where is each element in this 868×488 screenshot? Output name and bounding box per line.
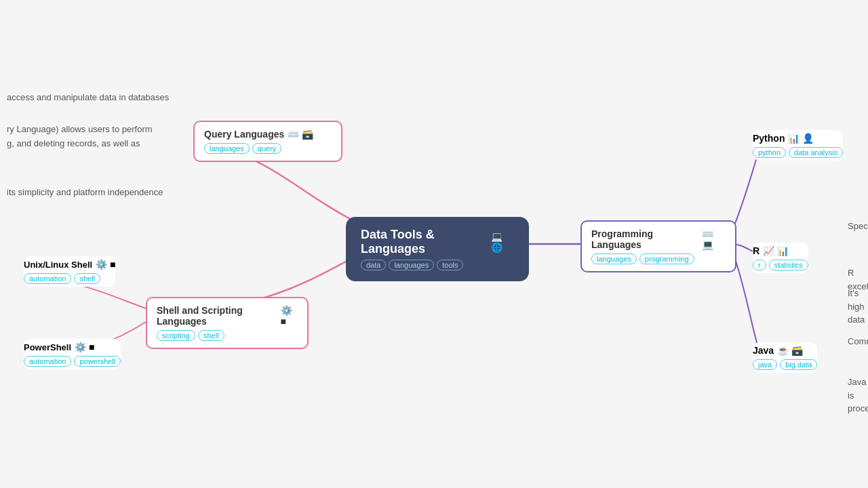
programming-languages-node[interactable]: Programming Languages ⌨️ 💻 languages pro… [580, 220, 736, 272]
mindmap-canvas: access and manipulate data in databases … [0, 0, 868, 488]
central-tags: data languages tools [361, 260, 514, 270]
prog-tags: languages programming [591, 253, 726, 264]
tag-data: data [361, 260, 386, 270]
r-lang-node[interactable]: R 📈 📊 r statistics [753, 243, 808, 273]
tag-languages-prog: languages [591, 253, 637, 264]
tag-languages-central: languages [389, 260, 434, 270]
tag-query: query [252, 143, 282, 154]
tag-automation: automation [24, 273, 71, 284]
info-text-query: access and manipulate data in databases [0, 87, 176, 108]
r-tags: r statistics [753, 260, 808, 270]
tag-data-analysis: data analysis [789, 147, 843, 158]
unix-icon: ⚙️ ■ [96, 259, 115, 270]
query-tags: languages query [204, 143, 332, 154]
java-info-text: Java isproce [841, 371, 868, 420]
tag-shell-unix: shell [74, 273, 100, 284]
comm-text: Comm [841, 331, 868, 352]
powershell-node[interactable]: PowerShell ⚙️ ■ automation powershell [24, 339, 121, 369]
tag-shell: shell [198, 330, 224, 341]
python-icon: 📊 👤 [788, 133, 814, 144]
tag-scripting: scripting [157, 330, 195, 341]
python-title: Python [753, 133, 785, 144]
tag-programming: programming [639, 253, 694, 264]
java-title: Java [753, 345, 774, 356]
unix-shell-node[interactable]: Unix/Linux Shell ⚙️ ■ automation shell [24, 256, 115, 287]
tag-powershell: powershell [74, 356, 121, 367]
tag-tools: tools [437, 260, 463, 270]
powershell-tags: automation powershell [24, 356, 121, 367]
r-lang-title: R [753, 245, 760, 256]
central-icon: 💻 🌐 [491, 231, 514, 253]
tag-languages: languages [204, 143, 250, 154]
query-languages-node[interactable]: Query Languages ⌨️ 🗃️ languages query [193, 121, 342, 162]
tag-big-data: big data [780, 359, 817, 370]
tag-java: java [753, 359, 777, 370]
powershell-title: PowerShell [24, 342, 71, 352]
programming-languages-title: Programming Languages [591, 228, 698, 250]
shell-scripting-node[interactable]: Shell and Scripting Languages ⚙️ ■ scrip… [146, 297, 309, 349]
r-high-text: It's highdata [841, 283, 868, 331]
info-text-simplicity: its simplicity and platform independence [0, 182, 170, 203]
java-tags: java big data [753, 359, 817, 370]
central-node[interactable]: Data Tools & Languages 💻 🌐 data language… [346, 217, 529, 281]
tag-statistics: statistics [769, 260, 808, 270]
shell-scripting-title: Shell and Scripting Languages [157, 305, 277, 327]
shell-icon: ⚙️ ■ [281, 305, 298, 327]
central-title: Data Tools & Languages [361, 228, 488, 256]
java-icon: ☕ 🗃️ [777, 345, 803, 356]
unix-shell-title: Unix/Linux Shell [24, 260, 92, 270]
prog-icon: ⌨️ 💻 [702, 228, 726, 250]
specialization-text: Speciali [841, 216, 868, 237]
info-text-query2: ry Language) allows users to performg, a… [0, 119, 159, 155]
unix-tags: automation shell [24, 273, 115, 284]
tag-automation-ps: automation [24, 356, 71, 367]
tag-python: python [753, 147, 786, 158]
powershell-icon: ⚙️ ■ [75, 342, 94, 352]
python-tags: python data analysis [753, 147, 843, 158]
python-node[interactable]: Python 📊 👤 python data analysis [753, 130, 843, 161]
tag-r: r [753, 260, 766, 270]
shell-tags: scripting shell [157, 330, 298, 341]
r-icon: 📈 📊 [763, 245, 789, 256]
java-node[interactable]: Java ☕ 🗃️ java big data [753, 342, 817, 373]
query-icon: ⌨️ 🗃️ [288, 129, 313, 140]
query-languages-title: Query Languages [204, 129, 284, 140]
